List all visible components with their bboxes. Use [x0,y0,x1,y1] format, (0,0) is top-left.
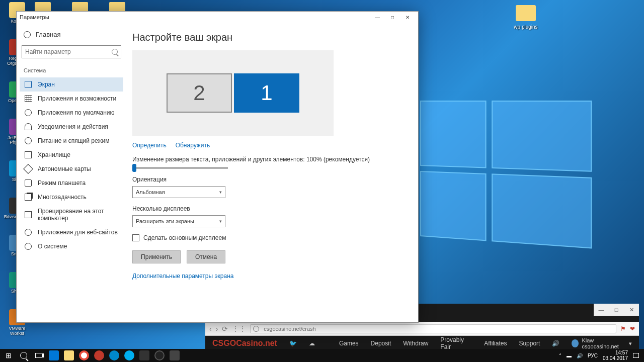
taskbar-app-explorer[interactable] [61,349,76,362]
reload-icon[interactable]: ⟳ [222,325,228,333]
desktop-folder-wp-plugins[interactable]: wp plugins [508,5,543,30]
taskbar-app-chrome[interactable] [76,349,92,362]
detect-link[interactable]: Обнаружить [176,142,210,149]
nav-link[interactable]: Withdraw [403,340,428,347]
search-input[interactable] [22,45,121,58]
search-field[interactable] [25,48,112,55]
sidebar-item-label: Автономные карты [38,165,91,172]
sidebar-item-label: Проецирование на этот компьютер [38,208,118,222]
sidebar-item-about[interactable]: О системе [20,239,123,253]
nav-link[interactable]: Games [339,340,359,347]
chevron-down-icon: ▾ [219,190,222,195]
user-menu[interactable]: Klaw csgocasino.net ▾ [572,337,632,349]
apps-icon[interactable]: ⋮⋮ [232,325,246,333]
task-view-button[interactable] [31,349,46,362]
volume-icon[interactable]: 🔊 [552,340,559,347]
start-button[interactable]: ⊞ [1,349,16,362]
window-title: Параметры [20,14,49,20]
search-icon [20,352,27,359]
tablet-icon [25,179,32,187]
checkbox-icon[interactable] [132,234,139,241]
page-title: Настройте ваш экран [132,32,413,43]
taskbar-app[interactable] [137,349,152,362]
forward-icon[interactable]: › [216,325,218,333]
monitor-icon [25,81,32,88]
twitter-icon[interactable]: 🐦 [289,340,297,347]
taskbar-app-telegram[interactable] [107,349,122,362]
sidebar-item-projecting[interactable]: Проецирование на этот компьютер [20,204,123,225]
sidebar-item-label: Приложения по умолчанию [38,109,115,116]
steam-icon[interactable]: ☁ [309,340,315,347]
sidebar-item-power[interactable]: Питание и спящий режим [20,134,123,148]
tray-language[interactable]: РУС [588,353,598,358]
close-button[interactable]: ✕ [400,13,415,22]
sidebar-item-notifications[interactable]: Уведомления и действия [20,120,123,134]
minimize-button[interactable]: — [594,304,609,316]
taskbar-app-opera[interactable] [92,349,107,362]
display-arrangement[interactable]: 2 1 [132,50,334,136]
sidebar-item-apps[interactable]: Приложения и возможности [20,92,123,106]
avatar [572,339,579,347]
home-button[interactable]: Главная [20,28,123,41]
browser-window-controls: — □ ✕ [594,304,639,316]
apply-button[interactable]: Применить [132,250,181,263]
tray-chevron-up-icon[interactable]: ˄ [559,353,561,358]
sidebar-item-label: Питание и спящий режим [38,137,110,144]
sidebar-item-web-apps[interactable]: Приложения для веб-сайтов [20,225,123,239]
action-center-icon[interactable] [633,353,639,358]
extension-icon[interactable]: ⚑ [620,325,626,332]
sidebar-item-display[interactable]: Экран [20,77,123,92]
multiple-displays-select[interactable]: Расширить эти экраны ▾ [132,215,225,227]
site-logo[interactable]: CSGOCasino.net [212,339,277,348]
maximize-button[interactable]: □ [609,304,624,316]
section-label: Система [20,65,123,77]
sidebar-item-multitasking[interactable]: Многозадачность [20,190,123,204]
tray-network-icon[interactable]: ▬ [567,353,572,358]
advanced-display-link[interactable]: Дополнительные параметры экрана [132,273,413,280]
taskbar-search[interactable] [16,349,31,362]
nav-link[interactable]: Deposit [371,340,391,347]
sidebar-item-offline-maps[interactable]: Автономные карты [20,162,123,176]
project-icon [25,211,32,218]
home-label: Главная [36,31,60,38]
tray-clock[interactable]: 14:57 03.04.2017 [603,350,628,361]
nav-link[interactable]: Provably Fair [440,336,472,350]
sidebar-item-tablet-mode[interactable]: Режим планшета [20,176,123,190]
sidebar-item-label: Режим планшета [38,179,86,187]
scale-slider[interactable] [132,167,228,169]
taskbar-app-obs[interactable] [152,349,167,362]
url-text: csgocasino.net/crash [264,326,315,332]
sidebar-item-label: Хранилище [38,151,70,158]
orientation-select[interactable]: Альбомная ▾ [132,186,225,198]
tray-date: 03.04.2017 [603,355,628,361]
cancel-button[interactable]: Отмена [187,250,225,263]
tray-volume-icon[interactable]: 🔊 [577,353,583,358]
close-button[interactable]: ✕ [624,304,639,316]
sidebar-item-default-apps[interactable]: Приложения по умолчанию [20,106,123,120]
extension-icon[interactable]: ❤ [630,325,635,332]
sidebar-item-storage[interactable]: Хранилище [20,148,123,162]
chevron-down-icon: ▾ [219,219,222,224]
taskbar-app-skype[interactable] [122,349,137,362]
slider-thumb[interactable] [132,164,136,172]
monitor-1[interactable]: 1 [234,73,299,113]
nav-link[interactable]: Support [519,340,540,347]
identify-link[interactable]: Определить [132,142,167,149]
sidebar-item-label: Экран [38,81,55,88]
address-bar[interactable]: csgocasino.net/crash [250,324,616,333]
select-value: Расширить эти экраны [136,218,194,224]
bell-icon [25,123,32,130]
maximize-button[interactable]: □ [385,13,400,22]
nav-link[interactable]: Affiliates [484,340,507,347]
back-icon[interactable]: ‹ [209,325,212,333]
sidebar-item-label: О системе [38,243,67,250]
disk-icon [25,151,32,158]
taskbar-app-edge[interactable] [46,349,61,362]
checkbox-label: Сделать основным дисплеем [143,234,226,241]
minimize-button[interactable]: — [370,13,385,22]
settings-sidebar: Главная Система Экран Приложения и возмо… [17,23,126,322]
taskbar-app-settings[interactable] [167,349,182,362]
monitor-2[interactable]: 2 [167,73,232,113]
gear-icon [24,31,31,38]
make-main-display-checkbox[interactable]: Сделать основным дисплеем [132,234,413,241]
